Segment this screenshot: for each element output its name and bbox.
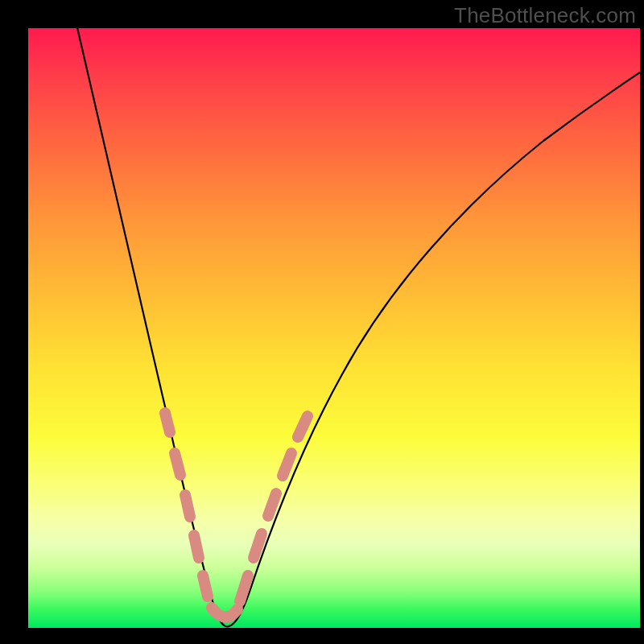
chart-svg [28, 28, 640, 628]
plot-area [28, 28, 640, 628]
svg-line-4 [203, 576, 208, 597]
svg-line-0 [165, 413, 170, 432]
svg-line-9 [298, 416, 308, 437]
watermark-text: TheBottleneck.com [454, 3, 636, 28]
svg-line-1 [175, 453, 180, 475]
highlight-bottom [212, 608, 237, 617]
svg-line-2 [185, 495, 190, 517]
svg-line-8 [283, 453, 291, 476]
highlight-left [165, 413, 208, 597]
bottleneck-curve [76, 28, 640, 626]
chart-frame: TheBottleneck.com [0, 0, 644, 644]
svg-line-3 [194, 535, 199, 558]
highlight-right [240, 416, 308, 601]
svg-line-6 [254, 534, 262, 558]
svg-line-5 [240, 576, 248, 601]
svg-line-7 [268, 493, 276, 516]
